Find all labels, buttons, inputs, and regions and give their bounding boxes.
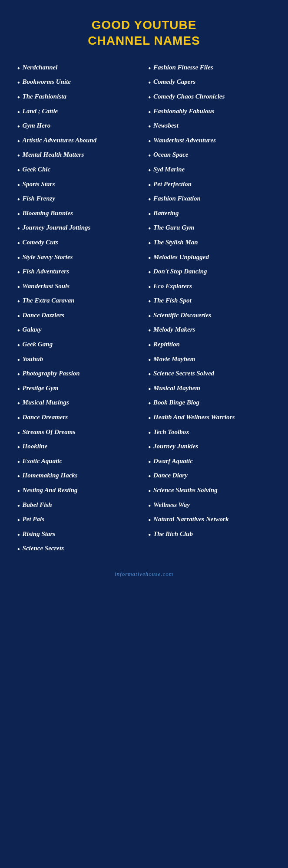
list-item: •Musical Musings	[17, 397, 140, 409]
bullet-icon: •	[149, 427, 151, 439]
list-item: •Science Sleuths Solving	[149, 485, 271, 497]
list-item: •Sports Stars	[17, 179, 140, 191]
list-item: •The Fashionista	[17, 91, 140, 103]
bullet-icon: •	[17, 413, 20, 424]
list-item: •Youhub	[17, 354, 140, 366]
list-item: •The Extra Caravan	[17, 295, 140, 307]
list-item: •Scientific Discoveries	[149, 310, 271, 322]
list-item: •Dance Diary	[149, 470, 271, 482]
list-item: •Natural Narratives Network	[149, 514, 271, 526]
bullet-icon: •	[149, 77, 151, 89]
list-item: •Melody Makers	[149, 324, 271, 336]
list-item: •Streams Of Dreams	[17, 427, 140, 439]
list-item: •Homemaking Hacks	[17, 470, 140, 482]
list-item: •Journey Journal Jottings	[17, 222, 140, 234]
list-item: •Prestige Gym	[17, 383, 140, 395]
list-item: •Fashion Finesse Files	[149, 62, 271, 74]
bullet-icon: •	[149, 471, 151, 482]
list-item: •Galaxy	[17, 324, 140, 336]
bullet-icon: •	[149, 486, 151, 497]
list-item: •Wanderlust Souls	[17, 281, 140, 293]
bullet-icon: •	[17, 267, 20, 278]
bullet-icon: •	[17, 500, 20, 512]
list-item: •Geek Chic	[17, 164, 140, 176]
bullet-icon: •	[149, 296, 151, 307]
bullet-icon: •	[17, 384, 20, 395]
bullet-icon: •	[149, 121, 151, 132]
list-item: •Melodies Unplugged	[149, 252, 271, 264]
list-item: •Ocean Space	[149, 149, 271, 161]
list-item: •Repitition	[149, 339, 271, 351]
list-item: •Movie Mayhem	[149, 354, 271, 366]
list-item: •Hookline	[17, 441, 140, 453]
list-item: •Photography Passion	[17, 368, 140, 380]
title-section: GOOD YOUTUBE CHANNEL NAMES	[13, 17, 275, 49]
bullet-icon: •	[149, 413, 151, 424]
bullet-icon: •	[17, 238, 20, 249]
bullet-icon: •	[149, 442, 151, 453]
bullet-icon: •	[17, 369, 20, 380]
bullet-icon: •	[149, 92, 151, 103]
list-item: •Nerdchannel	[17, 62, 140, 74]
list-item: •Pet Pals	[17, 514, 140, 526]
bullet-icon: •	[149, 150, 151, 161]
bullet-icon: •	[17, 180, 20, 191]
list-item: •Science Secrets Solved	[149, 368, 271, 380]
bullet-icon: •	[149, 180, 151, 191]
list-item: •Journey Junkies	[149, 441, 271, 453]
list-item: •Blooming Bunnies	[17, 208, 140, 220]
list-item: •Geek Gang	[17, 339, 140, 351]
bullet-icon: •	[149, 253, 151, 264]
list-item: •Bookworms Unite	[17, 76, 140, 89]
bullet-icon: •	[17, 515, 20, 526]
bullet-icon: •	[17, 529, 20, 541]
list-item: •Mental Health Matters	[17, 149, 140, 161]
bullet-icon: •	[149, 223, 151, 234]
list-item: •Fish Adventurers	[17, 266, 140, 278]
list-item: •Fish Frenzy	[17, 193, 140, 205]
bullet-icon: •	[149, 267, 151, 278]
bullet-icon: •	[149, 515, 151, 526]
bullet-icon: •	[17, 136, 20, 147]
bullet-icon: •	[17, 223, 20, 234]
list-item: •Nesting And Resting	[17, 485, 140, 497]
list-item: •Tech Toolbox	[149, 427, 271, 439]
bullet-icon: •	[149, 398, 151, 409]
bullet-icon: •	[17, 325, 20, 336]
list-item: •The Fish Spot	[149, 295, 271, 307]
bullet-icon: •	[17, 427, 20, 439]
list-item: •Style Savvy Stories	[17, 252, 140, 264]
bullet-icon: •	[149, 282, 151, 293]
list-item: •Dwarf Aquatic	[149, 456, 271, 468]
bullet-icon: •	[17, 150, 20, 161]
page-title: GOOD YOUTUBE CHANNEL NAMES	[13, 17, 275, 49]
bullet-icon: •	[17, 486, 20, 497]
bullet-icon: •	[149, 340, 151, 351]
bullet-icon: •	[149, 369, 151, 380]
list-item: •Fashionably Fabulous	[149, 106, 271, 118]
list-item: •Comedy Capers	[149, 76, 271, 89]
list-item: •Newsbest	[149, 120, 271, 132]
list-item: •Eco Explorers	[149, 281, 271, 293]
bullet-icon: •	[17, 121, 20, 132]
list-item: •Science Secrets	[17, 543, 140, 555]
list-item: •Pet Perfection	[149, 179, 271, 191]
list-item: •Gym Hero	[17, 120, 140, 132]
bullet-icon: •	[17, 253, 20, 264]
right-column: •Fashion Finesse Files•Comedy Capers•Com…	[144, 62, 275, 558]
bullet-icon: •	[17, 282, 20, 293]
list-item: •Syd Marine	[149, 164, 271, 176]
bullet-icon: •	[17, 209, 20, 220]
bullet-icon: •	[149, 238, 151, 249]
list-item: •Rising Stars	[17, 529, 140, 541]
list-item: •Dance Dreamers	[17, 412, 140, 424]
bullet-icon: •	[17, 92, 20, 103]
bullet-icon: •	[17, 457, 20, 468]
list-item: •Babel Fish	[17, 500, 140, 512]
bullet-icon: •	[17, 77, 20, 89]
list-item: •Musical Mayhem	[149, 383, 271, 395]
bullet-icon: •	[17, 471, 20, 482]
bullet-icon: •	[149, 165, 151, 176]
bullet-icon: •	[149, 194, 151, 205]
list-item: •Comedy Cuts	[17, 237, 140, 249]
